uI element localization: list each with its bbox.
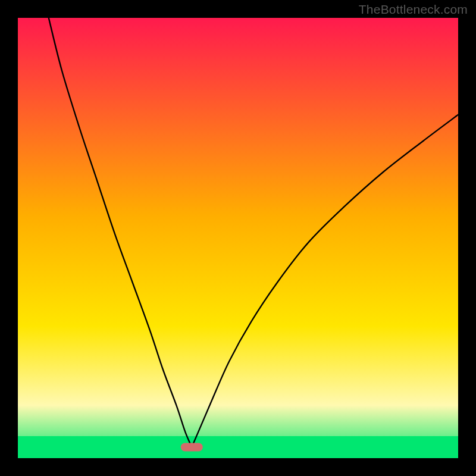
plot-area (18, 18, 458, 458)
gradient-background (18, 18, 458, 458)
chart-frame: TheBottleneck.com (0, 0, 476, 476)
green-band (18, 436, 458, 458)
chart-svg (18, 18, 458, 458)
bottleneck-marker (181, 443, 203, 452)
watermark-text: TheBottleneck.com (359, 2, 468, 17)
